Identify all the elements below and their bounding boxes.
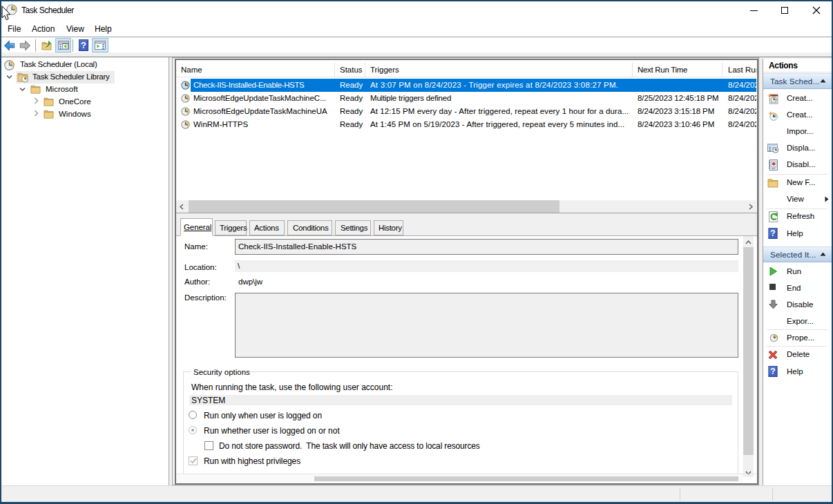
svg-text:?: ? [81,40,86,50]
svg-text:?: ? [770,229,775,238]
svg-text:?: ? [770,367,775,376]
